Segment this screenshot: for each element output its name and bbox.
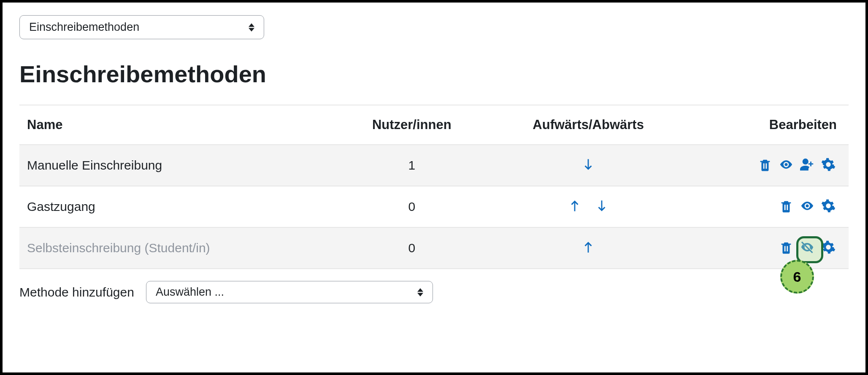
delete-icon[interactable]: [757, 156, 773, 173]
method-name: Selbsteinschreibung (Student/in): [19, 227, 336, 269]
method-updown: [487, 186, 690, 227]
add-method-placeholder: Auswählen ...: [156, 286, 224, 299]
method-users: 1: [336, 145, 487, 186]
col-edit: Bearbeiten: [690, 105, 849, 145]
eye-slash-icon[interactable]: [799, 239, 816, 256]
chevron-updown-icon: [417, 288, 423, 297]
method-updown: [487, 227, 690, 269]
col-users: Nutzer/innen: [336, 105, 487, 145]
page-select[interactable]: Einschreibemethoden: [19, 15, 264, 39]
method-users: 0: [336, 186, 487, 227]
move-down-icon[interactable]: [580, 156, 597, 173]
table-row: Gastzugang0: [19, 186, 849, 227]
eye-icon[interactable]: [799, 197, 816, 214]
method-users: 0: [336, 227, 487, 269]
method-edit: [690, 145, 849, 186]
table-row: Selbsteinschreibung (Student/in)0: [19, 227, 849, 269]
chevron-updown-icon: [249, 23, 254, 32]
method-edit: [690, 227, 849, 269]
method-name: Manuelle Einschreibung: [19, 145, 336, 186]
move-down-icon[interactable]: [593, 197, 610, 214]
gear-icon[interactable]: [820, 156, 837, 173]
move-up-icon[interactable]: [566, 197, 583, 214]
user-plus-icon[interactable]: [799, 156, 816, 173]
col-name: Name: [19, 105, 336, 145]
gear-icon[interactable]: [820, 239, 837, 256]
add-method-label: Methode hinzufügen: [19, 285, 134, 299]
add-method-select[interactable]: Auswählen ...: [146, 281, 433, 303]
col-updown: Aufwärts/Abwärts: [487, 105, 690, 145]
page-select-label: Einschreibemethoden: [29, 21, 139, 34]
page-title: Einschreibemethoden: [19, 60, 849, 88]
gear-icon[interactable]: [820, 197, 837, 214]
method-edit: [690, 186, 849, 227]
eye-icon[interactable]: [778, 156, 795, 173]
move-up-icon[interactable]: [580, 239, 597, 256]
delete-icon[interactable]: [778, 197, 795, 214]
method-name: Gastzugang: [19, 186, 336, 227]
table-row: Manuelle Einschreibung1: [19, 145, 849, 186]
method-updown: [487, 145, 690, 186]
enrolment-methods-table: Name Nutzer/innen Aufwärts/Abwärts Bearb…: [19, 105, 849, 269]
delete-icon[interactable]: [778, 239, 795, 256]
